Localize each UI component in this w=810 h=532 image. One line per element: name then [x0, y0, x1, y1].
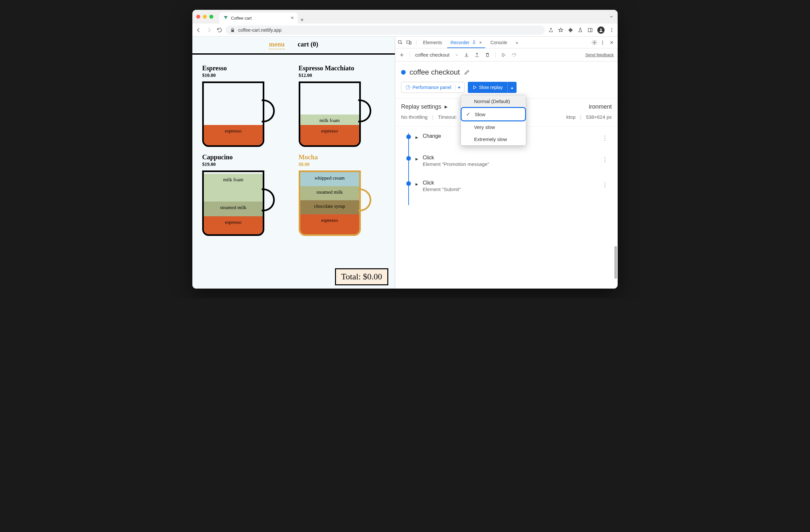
device-toggle-icon[interactable] — [406, 40, 413, 45]
feedback-link[interactable]: Send feedback — [585, 52, 614, 57]
product-title: Espresso Macchiato — [299, 64, 385, 72]
svg-point-3 — [612, 28, 612, 29]
chevron-right-icon[interactable]: ▸ — [444, 103, 448, 110]
close-tab-icon[interactable]: × — [291, 15, 294, 21]
inspect-icon[interactable] — [398, 40, 404, 45]
product-grid: Espresso $10.00 espresso Espresso Macchi… — [192, 55, 395, 239]
delete-icon[interactable] — [485, 52, 490, 58]
environment-label: ironment — [589, 103, 612, 110]
recording-select[interactable]: coffee checkout — [415, 52, 450, 58]
layer-espresso: espresso — [300, 214, 359, 234]
page-viewport: menu cart (0) Espresso $10.00 espresso E… — [192, 37, 395, 289]
more-icon[interactable]: ⋮ — [602, 181, 608, 189]
layer-espresso: espresso — [300, 125, 359, 145]
cup-icon[interactable]: whipped cream steamed milk chocolate syr… — [299, 171, 374, 236]
menu-item-slow[interactable]: ✓Slow — [461, 108, 525, 120]
cup-icon[interactable]: espresso — [202, 81, 277, 147]
tab-elements[interactable]: Elements — [420, 37, 445, 48]
product-mocha: Mocha $8.00 whipped cream steamed milk c… — [299, 154, 385, 236]
browser-window: Coffee cart × + coffee-cart.netlify.app — [192, 10, 618, 289]
step-subtitle: Element "Submit" — [423, 187, 597, 192]
url-text: coffee-cart.netlify.app — [238, 28, 282, 33]
cup-icon[interactable]: milk foam espresso — [299, 81, 374, 147]
recorder-actions: Performance panel ▾ Slow replay ▴ Normal… — [395, 82, 618, 98]
close-tab-icon[interactable]: × — [479, 40, 482, 45]
replay-speed-menu: Normal (Default) ✓Slow Very slow Extreme… — [460, 95, 526, 146]
title-bar: Coffee cart × + — [192, 10, 618, 23]
more-icon[interactable]: ⋮ — [602, 156, 608, 163]
window-controls — [196, 15, 213, 19]
timeline-step[interactable]: ▸ Click Element "Submit" ⋮ — [405, 180, 608, 192]
chevron-right-icon[interactable]: ▸ — [416, 134, 418, 140]
new-tab-button[interactable]: + — [300, 17, 304, 23]
chevron-down-icon[interactable] — [455, 53, 459, 57]
edit-icon[interactable] — [464, 69, 470, 75]
import-icon[interactable] — [474, 52, 480, 58]
product-price: $19.00 — [202, 162, 289, 167]
share-icon[interactable] — [548, 28, 553, 33]
address-bar[interactable]: coffee-cart.netlify.app — [226, 26, 545, 35]
tab-recorder[interactable]: Recorder × — [447, 37, 485, 48]
profile-avatar[interactable] — [597, 27, 604, 34]
step-dot-icon — [406, 156, 411, 161]
step-icon[interactable] — [501, 52, 506, 58]
content-split: menu cart (0) Espresso $10.00 espresso E… — [192, 37, 618, 289]
export-icon[interactable] — [464, 52, 469, 58]
svg-point-10 — [602, 41, 603, 42]
menu-item-extremely-slow[interactable]: Extremely slow — [461, 133, 526, 145]
reload-button[interactable] — [216, 27, 223, 33]
more-tabs-icon[interactable]: » — [512, 37, 521, 48]
menu-item-normal[interactable]: Normal (Default) — [461, 95, 526, 107]
total-button[interactable]: Total: $0.00 — [335, 268, 388, 285]
menu-icon[interactable] — [609, 28, 614, 33]
close-window-button[interactable] — [196, 15, 200, 19]
timeline-step[interactable]: ▸ Click Element "Promotion message" ⋮ — [405, 155, 608, 167]
cup-icon[interactable]: milk foam steamed milk espresso — [202, 171, 277, 236]
chevron-down-icon[interactable] — [609, 14, 614, 19]
gear-icon[interactable] — [592, 39, 598, 46]
add-recording-icon[interactable] — [399, 52, 404, 58]
step-dot-icon — [406, 134, 411, 139]
devtools-tabs: Elements Recorder × Console » ✕ — [395, 37, 618, 48]
svg-point-11 — [602, 42, 603, 43]
side-panel-icon[interactable] — [587, 28, 593, 33]
forward-button[interactable] — [206, 27, 212, 33]
viewport-value[interactable]: 538×624 px — [586, 114, 612, 120]
layer-milkfoam: milk foam — [300, 114, 359, 125]
timeout-label[interactable]: Timeout: — [438, 114, 457, 120]
back-button[interactable] — [196, 27, 201, 33]
minimize-window-button[interactable] — [203, 15, 207, 19]
device-value[interactable]: ktop — [566, 114, 576, 120]
bookmark-icon[interactable] — [558, 28, 563, 33]
chevron-down-icon[interactable]: ▾ — [455, 85, 460, 90]
product-title: Cappucino — [202, 154, 289, 161]
record-dot-icon — [401, 70, 406, 75]
menu-item-very-slow[interactable]: Very slow — [461, 121, 526, 133]
product-price: $8.00 — [299, 162, 385, 167]
tab-console[interactable]: Console — [487, 37, 511, 48]
close-devtools-icon[interactable]: ✕ — [609, 40, 615, 45]
performance-panel-button[interactable]: Performance panel ▾ — [401, 82, 465, 93]
layer-steamed: steamed milk — [204, 201, 263, 216]
maximize-window-button[interactable] — [209, 15, 213, 19]
step-subtitle: Element "Promotion message" — [423, 161, 597, 167]
throttling-value[interactable]: No throttling — [401, 114, 427, 120]
product-price: $10.00 — [202, 72, 289, 78]
labs-icon[interactable] — [578, 28, 583, 33]
browser-tab[interactable]: Coffee cart × — [219, 13, 298, 23]
replay-split-button[interactable]: ▴ — [507, 82, 517, 93]
menu-link[interactable]: menu — [269, 41, 285, 49]
more-icon[interactable]: ⋮ — [602, 134, 608, 142]
more-icon[interactable] — [600, 40, 606, 45]
product-espresso: Espresso $10.00 espresso — [202, 64, 289, 147]
scrollbar[interactable] — [614, 128, 617, 285]
recording-title: coffee checkout — [409, 68, 460, 77]
replay-button[interactable]: Slow replay — [468, 82, 507, 93]
svg-point-5 — [612, 31, 612, 32]
extensions-icon[interactable] — [568, 28, 573, 33]
tab-strip: Coffee cart × + — [219, 10, 606, 23]
step-over-icon[interactable] — [511, 52, 517, 58]
cart-link[interactable]: cart (0) — [298, 41, 318, 49]
chevron-right-icon[interactable]: ▸ — [416, 156, 418, 162]
chevron-right-icon[interactable]: ▸ — [416, 181, 418, 187]
